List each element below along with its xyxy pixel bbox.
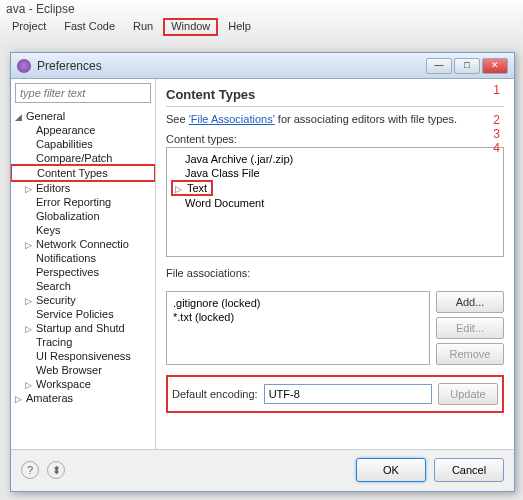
tree-item[interactable]: UI Responsiveness (11, 349, 155, 363)
help-icon[interactable]: ? (21, 461, 39, 479)
content-type-item[interactable]: ▷Text (171, 180, 213, 196)
tree-item[interactable]: Globalization (11, 209, 155, 223)
tree-item[interactable]: Tracing (11, 335, 155, 349)
menu-help[interactable]: Help (220, 18, 259, 36)
menu-run[interactable]: Run (125, 18, 161, 36)
tree-root-general[interactable]: ◢General (11, 109, 155, 123)
file-association-item[interactable]: *.txt (locked) (171, 310, 425, 324)
description: See 'File Associations' for associating … (166, 113, 504, 125)
file-association-item[interactable]: .gitignore (locked) (171, 296, 425, 310)
menu-fastcode[interactable]: Fast Code (56, 18, 123, 36)
content-type-item[interactable]: Word Document (171, 196, 499, 210)
menubar: Project Fast Code Run Window Help (0, 18, 523, 36)
tree-item[interactable]: Notifications (11, 251, 155, 265)
tree-item[interactable]: Service Policies (11, 307, 155, 321)
default-encoding-label: Default encoding: (172, 388, 258, 400)
tree-item[interactable]: ▷Network Connectio (11, 237, 155, 251)
preferences-tree[interactable]: ◢General AppearanceCapabilitiesCompare/P… (11, 107, 155, 449)
tree-root-amateras[interactable]: ▷Amateras (11, 391, 155, 405)
tree-item[interactable]: Appearance (11, 123, 155, 137)
content-types-list[interactable]: Java Archive (.jar/.zip)Java Class File▷… (166, 147, 504, 257)
preferences-dialog: Preferences — □ ✕ ◢General AppearanceCap… (10, 52, 515, 492)
content-type-item[interactable]: Java Class File (171, 166, 499, 180)
tree-item[interactable]: ▷Editors (11, 181, 155, 195)
maximize-button[interactable]: □ (454, 58, 480, 74)
help-icon-2[interactable]: ⬍ (47, 461, 65, 479)
default-encoding-input[interactable] (264, 384, 432, 404)
dialog-title: Preferences (37, 59, 424, 73)
remove-button[interactable]: Remove (436, 343, 504, 365)
file-associations-list[interactable]: .gitignore (locked)*.txt (locked) (166, 291, 430, 365)
tree-item[interactable]: Perspectives (11, 265, 155, 279)
tree-item[interactable]: Error Reporting (11, 195, 155, 209)
tree-item[interactable]: Search (11, 279, 155, 293)
content-type-item[interactable]: Java Archive (.jar/.zip) (171, 152, 499, 166)
ok-button[interactable]: OK (356, 458, 426, 482)
tree-item[interactable]: ▷Workspace (11, 377, 155, 391)
tree-item[interactable]: Compare/Patch (11, 151, 155, 165)
tree-item[interactable]: Capabilities (11, 137, 155, 151)
edit-button[interactable]: Edit... (436, 317, 504, 339)
tree-item[interactable]: Content Types (11, 164, 155, 182)
file-associations-label: File associations: (166, 267, 504, 279)
cancel-button[interactable]: Cancel (434, 458, 504, 482)
add-button[interactable]: Add... (436, 291, 504, 313)
close-button[interactable]: ✕ (482, 58, 508, 74)
dialog-icon (17, 59, 31, 73)
tree-item[interactable]: ▷Startup and Shutd (11, 321, 155, 335)
tree-item[interactable]: ▷Security (11, 293, 155, 307)
tree-item[interactable]: Keys (11, 223, 155, 237)
tree-item[interactable]: Web Browser (11, 363, 155, 377)
minimize-button[interactable]: — (426, 58, 452, 74)
app-title: ava - Eclipse (0, 0, 523, 18)
menu-window[interactable]: Window (163, 18, 218, 36)
menu-project[interactable]: Project (4, 18, 54, 36)
page-title: Content Types (166, 87, 504, 102)
file-associations-link[interactable]: 'File Associations' (189, 113, 275, 125)
content-types-label: Content types: (166, 133, 504, 145)
filter-input[interactable] (15, 83, 151, 103)
update-button[interactable]: Update (438, 383, 498, 405)
